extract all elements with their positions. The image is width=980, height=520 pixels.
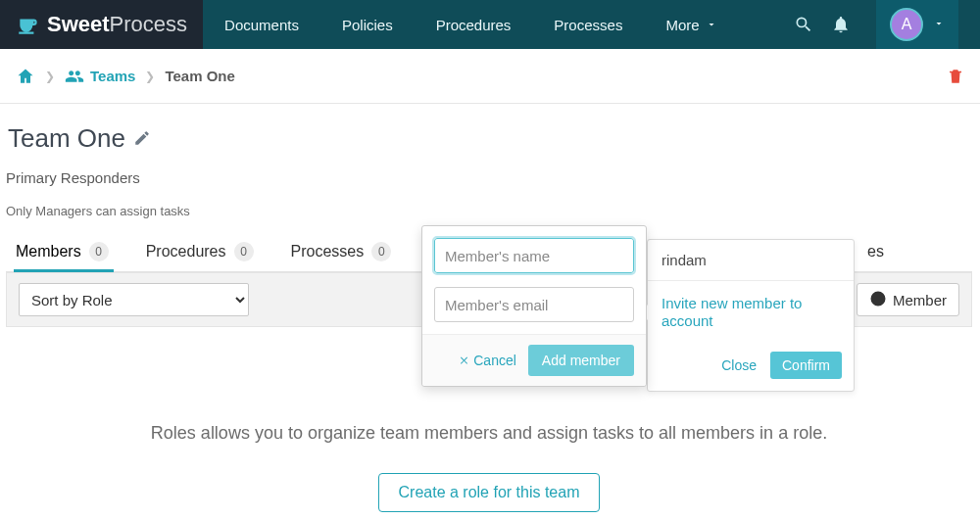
invite-close[interactable]: Close xyxy=(721,357,757,373)
tab-processes-label: Processes xyxy=(291,243,365,260)
search-icon[interactable] xyxy=(794,15,813,34)
nav-links: Documents Policies Procedures Processes … xyxy=(203,0,739,49)
add-member-label: Member xyxy=(893,292,947,308)
home-icon[interactable] xyxy=(16,67,35,86)
member-email-input[interactable] xyxy=(434,287,634,322)
tab-procedures-label: Procedures xyxy=(146,243,226,260)
invite-name-fragment: rindam xyxy=(648,240,854,281)
chevron-right-icon: ❯ xyxy=(145,70,155,83)
crumb-teams[interactable]: Teams xyxy=(65,67,135,86)
avatar: A xyxy=(890,8,923,41)
nav-policies[interactable]: Policies xyxy=(320,0,415,49)
tab-members[interactable]: Members 0 xyxy=(16,242,109,271)
chevron-down-icon xyxy=(706,17,717,33)
close-icon xyxy=(459,353,469,368)
pencil-icon[interactable] xyxy=(133,123,151,154)
tab-members-label: Members xyxy=(16,243,81,260)
nav-procedures[interactable]: Procedures xyxy=(415,0,533,49)
add-member-popover: Cancel Add member xyxy=(421,225,647,387)
tab-members-count: 0 xyxy=(89,242,109,261)
cancel-label: Cancel xyxy=(473,353,516,368)
plus-circle-icon xyxy=(869,290,887,310)
create-role-button[interactable]: Create a role for this team xyxy=(378,473,601,512)
bell-icon[interactable] xyxy=(831,15,851,34)
nav-processes[interactable]: Processes xyxy=(532,0,644,49)
cup-icon xyxy=(16,12,41,37)
add-member-submit[interactable]: Add member xyxy=(528,345,634,376)
chevron-right-icon: ❯ xyxy=(45,70,55,83)
brand-logo[interactable]: SweetProcess xyxy=(0,0,203,49)
user-menu[interactable]: A xyxy=(876,0,958,49)
breadcrumb: ❯ Teams ❯ Team One xyxy=(0,49,980,104)
title-text: Team One xyxy=(8,123,125,154)
sort-select[interactable]: Sort by Role xyxy=(19,283,249,316)
tab-processes[interactable]: Processes 0 xyxy=(291,242,392,271)
tab-procedures[interactable]: Procedures 0 xyxy=(146,242,254,271)
team-note: Only Managers can assign tasks xyxy=(6,204,972,218)
top-nav: SweetProcess Documents Policies Procedur… xyxy=(0,0,980,49)
nav-right: A xyxy=(794,0,980,49)
invite-confirm[interactable]: Confirm xyxy=(770,352,842,379)
avatar-initial: A xyxy=(902,16,912,33)
nav-more-label: More xyxy=(665,17,699,33)
tab-procedures-count: 0 xyxy=(234,242,254,261)
nav-more[interactable]: More xyxy=(644,0,738,49)
chevron-down-icon xyxy=(933,16,945,33)
nav-documents[interactable]: Documents xyxy=(203,0,320,49)
brand-bold: Sweet xyxy=(47,12,110,36)
trash-icon[interactable] xyxy=(947,68,964,85)
invite-link[interactable]: Invite new member to account xyxy=(662,295,802,329)
team-subtitle: Primary Responders xyxy=(6,169,972,186)
page-title: Team One xyxy=(6,123,972,154)
add-member-button[interactable]: Member xyxy=(857,283,959,316)
cancel-button[interactable]: Cancel xyxy=(459,353,516,368)
crumb-current: Team One xyxy=(165,68,234,84)
brand-light: Process xyxy=(110,12,187,36)
tab-last-clipped: es xyxy=(867,242,972,271)
crumb-teams-label: Teams xyxy=(90,68,135,84)
tab-processes-count: 0 xyxy=(371,242,391,261)
member-name-input[interactable] xyxy=(434,238,634,273)
empty-roles-text: Roles allows you to organize team member… xyxy=(6,423,972,444)
invite-popover: rindam Invite new member to account Clos… xyxy=(647,239,855,392)
